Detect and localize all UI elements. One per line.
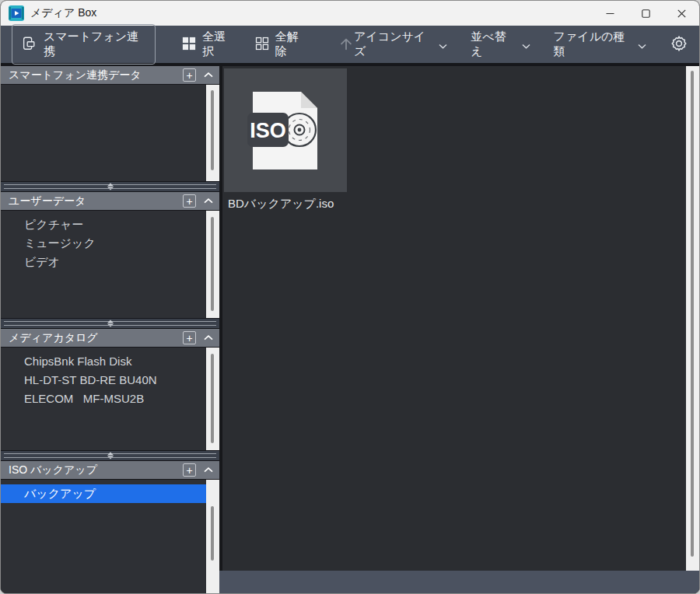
chevron-down-icon: [439, 38, 447, 51]
close-button[interactable]: [663, 1, 699, 26]
scrollbar-thumb[interactable]: [211, 506, 214, 561]
splitter-handle-icon: [107, 320, 114, 327]
status-bar: [219, 571, 699, 593]
splitter-handle-icon: [107, 183, 114, 190]
list-item[interactable]: ピクチャー: [1, 215, 206, 234]
list-item[interactable]: HL-DT-ST BD-RE BU40N: [1, 371, 206, 390]
splitter[interactable]: [1, 450, 219, 461]
splitter[interactable]: [1, 181, 219, 192]
scrollbar-thumb[interactable]: [691, 71, 694, 557]
add-button[interactable]: +: [183, 463, 196, 477]
section-header-iso-backup[interactable]: ISO バックアップ +: [1, 461, 219, 480]
icon-size-dropdown[interactable]: アイコンサイズ: [354, 30, 447, 59]
section-title: ISO バックアップ: [9, 463, 183, 477]
file-view[interactable]: ISO BDバックアップ.iso: [219, 66, 686, 571]
scrollbar-thumb[interactable]: [211, 354, 214, 443]
section-list: [1, 85, 206, 181]
titlebar: メディア Box: [1, 1, 699, 26]
section-title: ユーザーデータ: [9, 194, 183, 208]
icon-size-label: アイコンサイズ: [354, 30, 431, 59]
file-item[interactable]: ISO BDバックアップ.iso: [224, 68, 347, 211]
chevron-up-icon[interactable]: [203, 465, 214, 476]
smartphone-icon: [21, 36, 37, 54]
chevron-up-icon[interactable]: [203, 333, 214, 344]
app-icon: [9, 5, 24, 21]
gear-icon: [670, 34, 688, 55]
splitter-handle-icon: [107, 452, 114, 459]
smartphone-link-button[interactable]: スマートフォン連携: [12, 24, 156, 65]
section-list: ピクチャーミュージックビデオ: [1, 211, 206, 318]
smartphone-link-label: スマートフォン連携: [44, 30, 144, 59]
deselect-all-button[interactable]: 全解除: [255, 30, 308, 59]
section-list: バックアップ: [1, 480, 206, 593]
section-header-user-data[interactable]: ユーザーデータ +: [1, 192, 219, 211]
maximize-button[interactable]: [628, 1, 663, 26]
section-scrollbar[interactable]: [206, 85, 219, 181]
section-header-media-catalog[interactable]: メディアカタログ +: [1, 329, 219, 348]
minimize-button[interactable]: [592, 1, 628, 26]
section-list: ChipsBnk Flash DiskHL-DT-ST BD-RE BU40NE…: [1, 348, 206, 450]
section-header-smartphone-data[interactable]: スマートフォン連携データ +: [1, 66, 219, 85]
add-button[interactable]: +: [183, 331, 196, 344]
deselect-all-label: 全解除: [275, 30, 308, 59]
list-item[interactable]: ELECOM MF-MSU2B: [1, 390, 206, 408]
list-item[interactable]: ビデオ: [1, 253, 206, 271]
chevron-down-icon: [638, 38, 646, 51]
go-up-button[interactable]: [338, 36, 354, 54]
list-item[interactable]: ミュージック: [1, 234, 206, 253]
deselect-all-icon: [255, 37, 269, 53]
chevron-up-icon[interactable]: [203, 70, 214, 81]
splitter[interactable]: [1, 318, 219, 329]
window-title: メディア Box: [30, 6, 592, 20]
scrollbar-thumb[interactable]: [211, 90, 214, 170]
file-type-dropdown[interactable]: ファイルの種類: [554, 30, 646, 59]
section-scrollbar[interactable]: [206, 211, 219, 318]
section-title: メディアカタログ: [9, 331, 183, 345]
iso-badge-label: ISO: [250, 119, 286, 142]
app-window: メディア Box スマートフォン連携: [0, 0, 700, 594]
add-button[interactable]: +: [183, 194, 196, 208]
section-title: スマートフォン連携データ: [9, 68, 183, 82]
scrollbar-thumb[interactable]: [211, 217, 214, 311]
list-item[interactable]: バックアップ: [1, 484, 206, 503]
toolbar: スマートフォン連携 全選択 全解除: [1, 26, 699, 66]
file-name: BDバックアップ.iso: [224, 197, 347, 211]
select-all-icon: [182, 37, 196, 53]
select-all-label: 全選択: [202, 30, 235, 59]
main-scrollbar[interactable]: [686, 66, 699, 571]
sort-label: 並べ替え: [471, 30, 513, 59]
sidebar: スマートフォン連携データ + ユーザーデータ +: [1, 66, 219, 593]
section-scrollbar[interactable]: [206, 348, 219, 450]
list-item[interactable]: ChipsBnk Flash Disk: [1, 352, 206, 371]
add-button[interactable]: +: [183, 68, 196, 82]
chevron-down-icon: [522, 38, 530, 51]
section-scrollbar[interactable]: [206, 480, 219, 593]
file-type-label: ファイルの種類: [554, 30, 630, 59]
settings-button[interactable]: [670, 34, 688, 55]
chevron-up-icon[interactable]: [203, 196, 214, 207]
sort-dropdown[interactable]: 並べ替え: [471, 30, 530, 59]
select-all-button[interactable]: 全選択: [182, 30, 235, 59]
arrow-up-icon: [338, 36, 354, 54]
iso-file-icon: ISO: [224, 68, 347, 192]
